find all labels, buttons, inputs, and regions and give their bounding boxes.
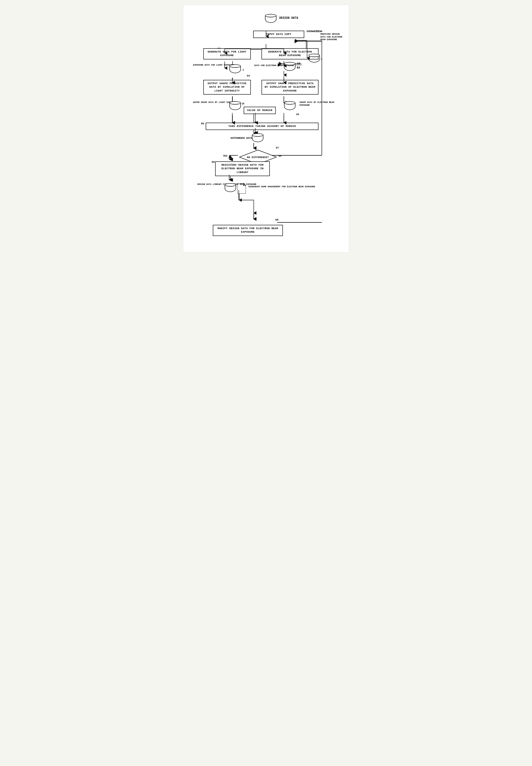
s7-label: S7 [276,146,279,149]
generate-light-box: GENERATE DATA FOR LIGHT EXPOSURE [203,48,251,59]
svg-text:NO DIFFERENCE?: NO DIFFERENCE? [247,156,269,159]
generate-electron-box: GENERATE DATA FOR ELECTRON BEAM EXPOSURE [261,48,318,59]
output-electron-box: OUTPUT SHAPE PREDICTIVE DATA BY SIMULATI… [261,80,318,95]
cyl1 [229,64,241,73]
value-margin-box: VALUE OF MARGIN [244,107,276,114]
cyl2a-number: 2A [296,113,299,116]
s4-label: S4 [247,74,250,77]
hierarchy-label: HIERARCHY NAME MANAGEMENT FOR ELECTRON B… [248,186,315,188]
design-data-cylinder [265,14,276,23]
modify-box: MODIFY DESIGN DATA FOR ELECTRON BEAM EXP… [213,225,283,236]
output-light-box: OUTPUT SHAPE PREDICTIVE DATA BY SIMULATI… [203,80,251,95]
exposure-data-light-label: EXPOSURE DATA FOR LIGHT EXPOSURE [193,64,234,67]
library-cyl [225,183,236,192]
difference-data-label: DIFFERENCE DATA [231,137,252,139]
s8-label: S8 [275,218,278,221]
take-difference-box: TAKE DIFFERENCE TAKING ACCOUNT OF MARGIN [206,123,318,130]
overwriting-label: OVERWRITING [307,30,322,33]
s5-label: S5 [297,66,300,69]
input-data-copy-box: INPUT DATA COPY [253,31,304,38]
cyl1a [229,101,241,110]
cyl1a-number: 1A [242,102,244,105]
registers-box: REGISTERS DESIGN DATA FOR ELECTRON BEAM … [215,161,270,176]
no-label: NO [279,155,281,157]
yes-label: YES [223,155,227,157]
cyl1-number: 1 [242,69,244,71]
s3-label: S3 [297,62,300,65]
cyl2a [284,101,295,110]
cyl3-number: 3 [321,58,322,61]
modified-design-label: MODIFIED DESIGN DATA FOR ELECTRON BEAM E… [320,33,344,41]
difference-data-cyl [252,133,263,142]
shape-data-electron-label: SHAPE DATA BY ELECTRON BEAM EXPOSURE [299,101,344,107]
s9-label: S9 [212,161,215,163]
diagram-container: DESIGN DATA S1 MODIFIED DESIGN DATA FOR … [183,5,349,252]
flowchart: DESIGN DATA S1 MODIFIED DESIGN DATA FOR … [188,12,344,245]
design-data-label: DESIGN DATA [279,16,298,20]
s6-label: S6 [201,122,204,125]
